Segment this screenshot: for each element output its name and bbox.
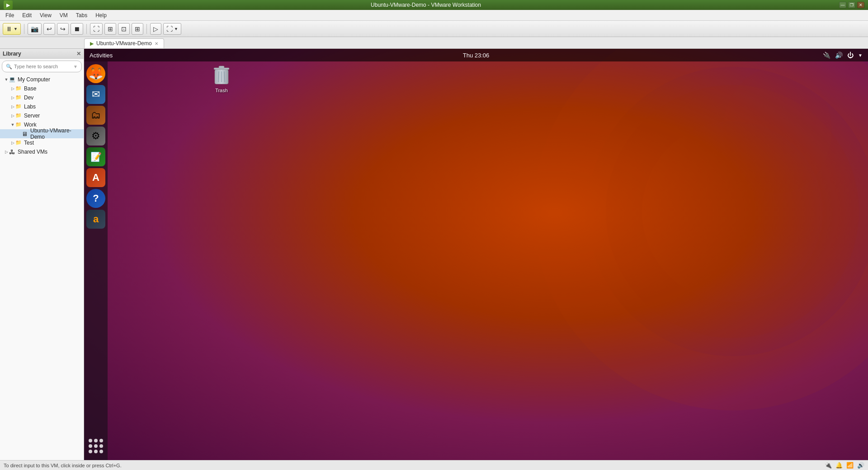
expand-base-icon: ▷ [10,86,15,91]
toolbar-separator-1 [24,24,24,34]
tree-item-base[interactable]: ▷ 📁 Base [0,84,84,93]
ubuntu-topbar: Activities Thu 23:06 🔌 🔊 ⏻ ▼ [84,49,868,61]
toolbar-snapmanager[interactable]: ⏹ [71,23,83,35]
library-panel: Library ✕ 🔍 ▼ ▼ 💻 My Computer ▷ 📁 Base ▷ [0,49,84,460]
settings-icon: ⛶ [166,25,173,33]
snapshot-icon: 📷 [31,25,38,33]
expand-server-icon: ▷ [10,113,15,118]
toolbar: ⏸ ▼ 📷 ↩ ↪ ⏹ ⛶ ⊞ ⊡ ⊞ ▷ ⛶ ▼ [0,21,868,37]
network-status-icon: 🔌 [823,52,830,59]
menu-edit[interactable]: Edit [19,11,35,19]
suspend-icon: ⏸ [6,25,12,33]
dock-icon-files[interactable]: 🗂 [86,106,105,125]
power-icon[interactable]: ⏻ [847,52,854,59]
tree-item-labs[interactable]: ▷ 📁 Labs [0,102,84,111]
toolbar-separator-2 [86,24,87,34]
labs-label: Labs [24,103,36,110]
ubuntu-topbar-right: 🔌 🔊 ⏻ ▼ [823,52,863,59]
toolbar-view2[interactable]: ⊞ [132,23,143,35]
firefox-icon: 🦊 [89,67,103,81]
svg-point-1 [624,103,841,320]
dev-label: Dev [24,94,33,101]
expand-dev-icon: ▷ [10,95,15,100]
expand-work-icon: ▼ [10,122,15,127]
tree-item-ubuntu-vm[interactable]: 🖥 Ubuntu-VMware-Demo [0,129,84,138]
restore-button[interactable]: ❐ [848,2,855,8]
toolbar-separator-3 [146,24,147,34]
minimize-button[interactable]: — [839,2,846,8]
network-status-icon-bar: 🔌 [825,462,832,469]
dock-icon-software[interactable]: A [86,168,105,187]
expand-test-icon: ▷ [10,140,15,146]
folder-labs-icon: 📁 [15,103,23,110]
view2-icon: ⊞ [135,25,140,33]
tree-item-shared-vms[interactable]: ▷ 🖧 Shared VMs [0,147,84,156]
tree-item-my-computer[interactable]: ▼ 💻 My Computer [0,75,84,84]
unity-icon: ⊞ [108,25,113,33]
menu-view[interactable]: View [36,11,55,19]
tree-item-server[interactable]: ▷ 📁 Server [0,111,84,120]
toolbar-suspend[interactable]: ⏸ ▼ [3,23,21,35]
toolbar-snapshot[interactable]: 📷 [28,23,42,35]
search-input[interactable] [14,64,71,69]
ubuntu-clock[interactable]: Thu 23:06 [463,52,490,59]
tab-label: Ubuntu-VMware-Demo [96,40,152,47]
ubuntu-desktop[interactable]: Activities Thu 23:06 🔌 🔊 ⏻ ▼ 🦊 ✉ [84,49,868,460]
computer-icon: 💻 [9,76,16,83]
menubar: File Edit View VM Tabs Help [0,10,868,21]
toolbar-view[interactable]: ⊡ [118,23,130,35]
settings-dropdown-icon: ▼ [174,27,178,31]
toolbar-send-ctrlaltdel[interactable]: ▷ [150,23,161,35]
titlebar: ▶ Ubuntu-VMware-Demo - VMware Workstatio… [0,0,868,10]
desktop-icon-trash[interactable]: Trash [205,62,238,95]
toolbar-unity[interactable]: ⊞ [104,23,116,35]
ctrl-alt-del-icon: ▷ [153,25,158,33]
ubuntu-dock: 🦊 ✉ 🗂 ⚙ 📝 A [84,61,108,460]
volume-icon-bar: 🔊 [857,462,864,469]
dock-icon-mail[interactable]: ✉ [86,85,105,104]
trash-icon-image [212,64,231,87]
folder-test-icon: 📁 [15,140,23,146]
shared-vms-icon: 🖧 [9,149,16,155]
tree-item-dev[interactable]: ▷ 📁 Dev [0,93,84,102]
test-label: Test [24,140,34,146]
dock-icon-firefox[interactable]: 🦊 [86,64,105,83]
dock-icon-settings[interactable]: ⚙ [86,127,105,146]
search-icon: 🔍 [6,64,12,70]
settings-gear-icon: ⚙ [91,130,100,142]
expand-labs-icon: ▷ [10,104,15,109]
vm-display-area[interactable]: Activities Thu 23:06 🔌 🔊 ⏻ ▼ 🦊 ✉ [84,49,868,460]
menu-vm[interactable]: VM [56,11,71,19]
tab-close-button[interactable]: ✕ [155,41,158,46]
my-computer-label: My Computer [18,76,50,83]
menu-file[interactable]: File [2,11,18,19]
toolbar-revert[interactable]: ↩ [43,23,55,35]
toolbar-settings[interactable]: ⛶ ▼ [163,23,181,35]
menu-tabs[interactable]: Tabs [72,11,91,19]
toolbar-forward[interactable]: ↪ [57,23,69,35]
folder-work-icon: 📁 [15,122,23,128]
system-menu-arrow[interactable]: ▼ [858,53,863,58]
trash-label: Trash [215,88,228,93]
dock-icon-libreoffice[interactable]: 📝 [86,147,105,166]
view-icon: ⊡ [121,25,127,33]
library-close-button[interactable]: ✕ [76,51,81,57]
volume-icon[interactable]: 🔊 [835,52,843,59]
svg-rect-4 [219,66,224,68]
base-label: Base [24,85,36,92]
statusbar-right: 🔌 🔔 📶 🔊 [825,462,864,469]
library-header: Library ✕ [0,49,84,59]
suspend-dropdown-icon: ▼ [14,27,18,31]
activities-label[interactable]: Activities [90,52,113,59]
menu-help[interactable]: Help [92,11,110,19]
tab-ubuntu[interactable]: ▶ Ubuntu-VMware-Demo ✕ [84,38,164,48]
toolbar-fullscreen[interactable]: ⛶ [90,23,103,35]
close-button[interactable]: ✕ [857,2,864,8]
dock-icon-help[interactable]: ? [86,189,105,208]
libreoffice-icon: 📝 [90,151,102,162]
library-search-box[interactable]: 🔍 ▼ [2,61,82,72]
expand-my-computer-icon: ▼ [4,77,9,82]
dock-icon-amazon[interactable]: a [86,210,105,229]
dock-show-apps-button[interactable] [86,437,105,456]
nine-dots-icon [89,439,103,453]
